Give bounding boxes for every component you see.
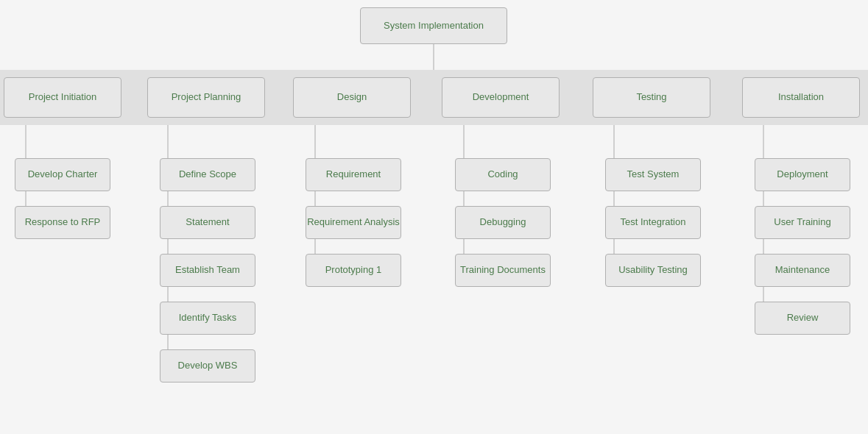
node-coding: Coding <box>455 158 551 191</box>
d-2-label: Requirement Analysis <box>307 216 400 229</box>
node-development: Development <box>442 77 560 118</box>
pp-5-label: Develop WBS <box>178 360 238 372</box>
node-design: Design <box>293 77 411 118</box>
node-requirement-analysis: Requirement Analysis <box>306 206 401 239</box>
root-node: System Implementation <box>360 7 507 44</box>
i-3-label: Maintenance <box>775 264 830 277</box>
node-test-integration: Test Integration <box>605 206 701 239</box>
l1-1-label: Project Initiation <box>29 91 97 104</box>
pp-2-label: Statement <box>186 216 229 229</box>
node-training-documents: Training Documents <box>455 254 551 287</box>
node-deployment: Deployment <box>755 158 850 191</box>
l1-6-label: Installation <box>778 91 824 104</box>
node-requirement: Requirement <box>306 158 401 191</box>
node-project-initiation: Project Initiation <box>4 77 121 118</box>
pi-1-label: Develop Charter <box>28 168 98 181</box>
node-identify-tasks: Identify Tasks <box>160 302 255 335</box>
node-project-planning: Project Planning <box>147 77 265 118</box>
node-debugging: Debugging <box>455 206 551 239</box>
dev-1-label: Coding <box>487 168 518 181</box>
t-2-label: Test Integration <box>621 216 686 229</box>
l1-5-label: Testing <box>636 91 666 104</box>
node-develop-wbs: Develop WBS <box>160 349 255 383</box>
dev-2-label: Debugging <box>480 216 526 229</box>
node-testing: Testing <box>593 77 710 118</box>
node-maintenance: Maintenance <box>755 254 850 287</box>
node-establish-team: Establish Team <box>160 254 255 287</box>
node-prototyping: Prototyping 1 <box>306 254 401 287</box>
i-4-label: Review <box>787 312 819 324</box>
t-1-label: Test System <box>627 168 680 181</box>
chart-container: System Implementation Project Initiation… <box>0 0 868 434</box>
node-usability-testing: Usability Testing <box>605 254 701 287</box>
t-3-label: Usability Testing <box>618 264 688 277</box>
node-user-training: User Training <box>755 206 850 239</box>
dev-3-label: Training Documents <box>460 264 546 277</box>
node-review: Review <box>755 302 850 335</box>
level1-background <box>0 70 868 125</box>
node-statement: Statement <box>160 206 255 239</box>
pp-3-label: Establish Team <box>175 264 240 277</box>
connector-lines <box>0 0 868 434</box>
node-develop-charter: Develop Charter <box>15 158 110 191</box>
pp-4-label: Identify Tasks <box>179 312 237 324</box>
pi-2-label: Response to RFP <box>25 216 101 229</box>
i-1-label: Deployment <box>777 168 828 181</box>
node-response-to-rfp: Response to RFP <box>15 206 110 239</box>
node-installation: Installation <box>742 77 860 118</box>
i-2-label: User Training <box>774 216 830 229</box>
root-label: System Implementation <box>384 20 484 32</box>
l1-4-label: Development <box>473 91 529 104</box>
pp-1-label: Define Scope <box>179 168 236 181</box>
d-1-label: Requirement <box>326 168 381 181</box>
node-test-system: Test System <box>605 158 701 191</box>
l1-2-label: Project Planning <box>172 91 241 104</box>
node-define-scope: Define Scope <box>160 158 255 191</box>
l1-3-label: Design <box>337 91 367 104</box>
d-3-label: Prototyping 1 <box>325 264 382 277</box>
